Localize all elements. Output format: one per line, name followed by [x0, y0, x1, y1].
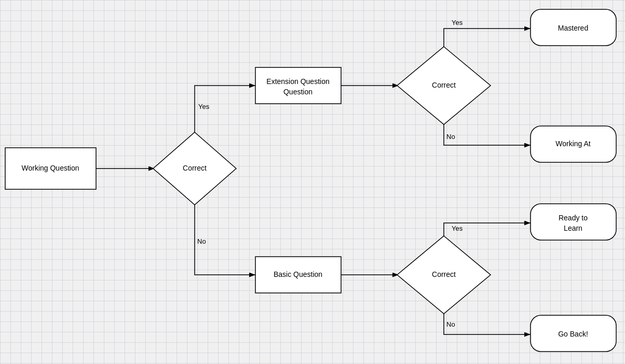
- yes-label-ready: Yes: [452, 225, 463, 232]
- basic-question-label: Basic Question: [274, 270, 322, 278]
- mastered-label: Mastered: [558, 24, 588, 32]
- extension-question-label2: Question: [283, 88, 312, 96]
- ready-to-learn-label: Ready to: [559, 214, 588, 222]
- go-back-label: Go Back!: [558, 330, 588, 338]
- working-at-label: Working At: [555, 139, 591, 148]
- arrow-top-correct-yes: [444, 29, 531, 47]
- no-label-basic: No: [197, 237, 206, 245]
- arrow-top-correct-no: [444, 124, 531, 145]
- ready-to-learn-label2: Learn: [564, 224, 582, 232]
- arrow-bottom-correct-no: [444, 314, 531, 334]
- no-label-working-at: No: [446, 133, 455, 141]
- extension-question-box: [255, 67, 341, 104]
- working-question-label: Working Question: [21, 164, 79, 172]
- yes-label-mastered: Yes: [452, 19, 463, 26]
- correct-bottom-label: Correct: [432, 270, 456, 278]
- no-label-goback: No: [446, 320, 455, 328]
- ready-to-learn-box: [531, 204, 616, 240]
- correct-main-label: Correct: [183, 164, 207, 172]
- correct-top-label: Correct: [432, 81, 456, 89]
- extension-question-label: Extension Question: [266, 77, 329, 86]
- yes-label-top: Yes: [198, 103, 210, 110]
